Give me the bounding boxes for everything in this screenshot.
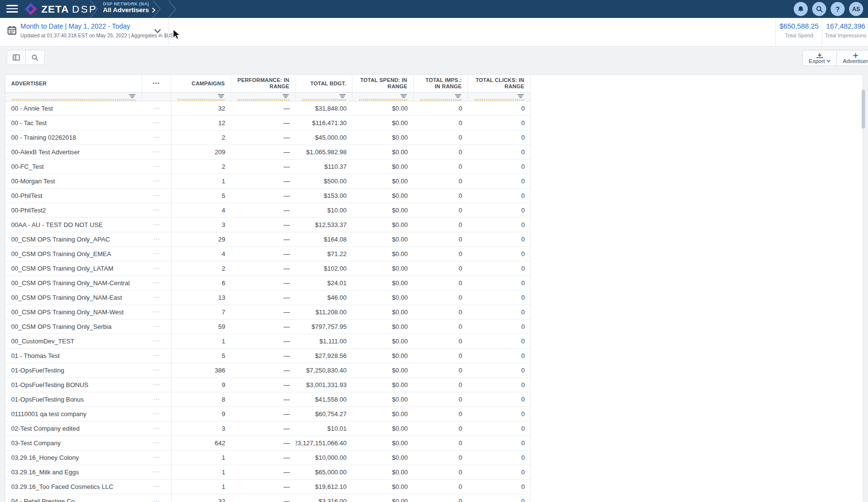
table-row[interactable]: 01-OpsFuelTesting···386—$7,250,830.40$0.… bbox=[5, 363, 531, 378]
filter-icon[interactable] bbox=[339, 94, 346, 99]
filter-icon[interactable] bbox=[517, 94, 524, 99]
table-row[interactable]: 00_CSM OPS Training Only_LATAM···2—$102.… bbox=[5, 261, 531, 276]
columns-panel-button[interactable] bbox=[7, 50, 26, 65]
table-row[interactable]: 00_CSM OPS Training Only_NAM-East···13—$… bbox=[5, 291, 531, 305]
table-row[interactable]: 00AA - AU - TEST DO NOT USE···3—$12,533.… bbox=[5, 218, 531, 232]
row-menu-icon[interactable]: ··· bbox=[142, 130, 171, 145]
filter-icon[interactable] bbox=[455, 94, 461, 99]
table-row[interactable]: 00-PhilTest···5—$153.00$0.0000 bbox=[5, 189, 531, 203]
row-menu-icon[interactable]: ··· bbox=[142, 145, 171, 159]
chevron-down-icon[interactable] bbox=[154, 29, 161, 33]
row-menu-icon[interactable]: ··· bbox=[142, 218, 171, 232]
avatar[interactable]: AS bbox=[849, 2, 863, 16]
table-row[interactable]: 01 - Thomas Test···5—$27,928.56$0.0000 bbox=[5, 349, 531, 363]
row-menu-icon[interactable]: ··· bbox=[142, 378, 171, 392]
row-menu-icon[interactable]: ··· bbox=[142, 465, 171, 479]
row-menu-icon[interactable]: ··· bbox=[142, 494, 171, 502]
table-row[interactable]: 03.29.16_Honey Colony···1—$10,000.00$0.0… bbox=[5, 451, 531, 465]
add-advertiser-button[interactable]: Advertiser bbox=[837, 50, 868, 66]
table-row[interactable]: 00_CSM OPS Training Only_APAC···29—$164.… bbox=[5, 232, 531, 247]
row-menu-icon[interactable]: ··· bbox=[142, 392, 171, 406]
column-header-menu[interactable]: ••• bbox=[142, 75, 171, 92]
column-header-name[interactable]: ADVERTISER bbox=[5, 75, 142, 92]
cell-budget: $10.00 bbox=[296, 203, 352, 217]
row-menu-icon[interactable]: ··· bbox=[142, 261, 171, 275]
filter-input-performance[interactable] bbox=[231, 93, 296, 101]
table-row[interactable]: 00 - Annie Test···32—$31,848.00$0.0000 bbox=[5, 101, 531, 116]
row-menu-icon[interactable]: ··· bbox=[142, 407, 171, 421]
search-button[interactable] bbox=[812, 2, 826, 16]
date-range-selector[interactable]: Month to Date | May 1, 2022 - Today bbox=[20, 22, 130, 30]
cell-spend: $0.00 bbox=[352, 451, 414, 465]
row-menu-icon[interactable]: ··· bbox=[142, 421, 171, 436]
column-header-budget[interactable]: TOTAL BDGT. bbox=[296, 75, 352, 92]
table-row[interactable]: 01-OpsFuelTesting Bonus···8—$41,558.00$0… bbox=[5, 392, 531, 407]
table-row[interactable]: 00_CSM OPS Training Only_EMEA···4—$71.22… bbox=[5, 247, 531, 261]
row-menu-icon[interactable]: ··· bbox=[142, 189, 171, 203]
table-row[interactable]: 00 - Training 02262018···2—$45,000.00$0.… bbox=[5, 130, 531, 145]
row-menu-icon[interactable]: ··· bbox=[142, 349, 171, 363]
breadcrumb[interactable]: DSP NETWORK (NA) All Advertisers bbox=[103, 1, 156, 14]
filter-input-impressions[interactable] bbox=[414, 93, 468, 101]
table-row[interactable]: 00-FC_Test···2—$110.37$0.0000 bbox=[5, 160, 531, 174]
row-menu-icon[interactable]: ··· bbox=[142, 451, 171, 465]
column-header-performance[interactable]: PERFORMANCE: IN RANGE bbox=[231, 75, 296, 92]
column-header-impressions[interactable]: TOTAL IMPS.: IN RANGE bbox=[414, 75, 468, 92]
column-header-clicks[interactable]: TOTAL CLICKS: IN RANGE bbox=[468, 75, 531, 92]
row-menu-icon[interactable]: ··· bbox=[142, 276, 171, 290]
table-row[interactable]: 00_CSM OPS Training Only_Serbia···59—$79… bbox=[5, 320, 531, 334]
vertical-scrollbar[interactable] bbox=[862, 90, 865, 129]
cell-impressions: 0 bbox=[414, 160, 468, 174]
table-row[interactable]: 01-OpsFuelTesting BONUS···9—$3,001,331.9… bbox=[5, 378, 531, 392]
breadcrumb-expand-icon[interactable] bbox=[151, 7, 156, 13]
table-row[interactable]: 03-Test Company···642—$123,127,151,066.4… bbox=[5, 436, 531, 451]
row-menu-icon[interactable]: ··· bbox=[142, 160, 171, 174]
column-header-campaigns[interactable]: CAMPAIGNS bbox=[171, 75, 231, 92]
table-row[interactable]: 00-AlexB Test Advertiser···209—$1,065,98… bbox=[5, 145, 531, 160]
table-row[interactable]: 02-Test Company edited···3—$10.01$0.0000 bbox=[5, 421, 531, 436]
table-row[interactable]: 00-PhilTest2···4—$10.00$0.0000 bbox=[5, 203, 531, 218]
row-menu-icon[interactable]: ··· bbox=[142, 247, 171, 261]
quick-search-button[interactable] bbox=[26, 50, 45, 65]
row-menu-icon[interactable]: ··· bbox=[142, 334, 171, 348]
zeta-dsp-logo[interactable]: ZETADSP bbox=[24, 2, 97, 16]
row-menu-icon[interactable]: ··· bbox=[142, 101, 171, 115]
table-row[interactable]: 04 - Retail Prestige Co···32—$3,316.00$0… bbox=[5, 494, 531, 502]
filter-input-name[interactable] bbox=[5, 93, 142, 101]
row-menu-icon[interactable]: ··· bbox=[142, 305, 171, 319]
filter-icon[interactable] bbox=[401, 94, 407, 99]
cell-budget: $110.37 bbox=[296, 160, 352, 174]
row-menu-icon[interactable]: ··· bbox=[142, 116, 171, 130]
row-menu-icon[interactable]: ··· bbox=[142, 480, 171, 494]
cell-impressions: 0 bbox=[414, 407, 468, 421]
row-menu-icon[interactable]: ··· bbox=[142, 203, 171, 217]
row-menu-icon[interactable]: ··· bbox=[142, 174, 171, 188]
help-button[interactable]: ? bbox=[831, 2, 845, 16]
filter-icon[interactable] bbox=[283, 94, 289, 99]
filter-input-clicks[interactable] bbox=[468, 93, 531, 101]
table-row[interactable]: 00-Morgan Test···1—$500.00$0.0000 bbox=[5, 174, 531, 189]
table-row[interactable]: 03.29.16_Milk and Eggs···1—$65,000.00$0.… bbox=[5, 465, 531, 480]
filter-underline bbox=[301, 99, 347, 99]
filter-input-spend[interactable] bbox=[352, 93, 414, 101]
table-row[interactable]: 03.29.16_Too Faced Cosmetics LLC···1—$19… bbox=[5, 480, 531, 494]
export-button[interactable]: Export bbox=[802, 50, 837, 66]
hamburger-menu-icon[interactable] bbox=[6, 5, 18, 13]
filter-icon[interactable] bbox=[129, 94, 135, 99]
notifications-button[interactable] bbox=[794, 2, 808, 16]
column-header-spend[interactable]: TOTAL SPEND: IN RANGE bbox=[352, 75, 414, 92]
table-row[interactable]: 00 - Tac Test···12—$116,471.30$0.0000 bbox=[5, 116, 531, 130]
table-row[interactable]: 00_CSM OPS Training Only_NAM-Central···6… bbox=[5, 276, 531, 291]
table-row[interactable]: 00_CustomDev_TEST···1—$1,111.00$0.0000 bbox=[5, 334, 531, 349]
table-row[interactable]: 01110001 qa test company···9—$60,754.27$… bbox=[5, 407, 531, 421]
row-menu-icon[interactable]: ··· bbox=[142, 363, 171, 377]
filter-icon[interactable] bbox=[218, 94, 224, 99]
row-menu-icon[interactable]: ··· bbox=[142, 436, 171, 450]
cell-spend: $0.00 bbox=[352, 392, 414, 406]
row-menu-icon[interactable]: ··· bbox=[142, 291, 171, 305]
row-menu-icon[interactable]: ··· bbox=[142, 320, 171, 334]
filter-input-campaigns[interactable] bbox=[171, 93, 231, 101]
row-menu-icon[interactable]: ··· bbox=[142, 232, 171, 246]
filter-input-budget[interactable] bbox=[296, 93, 352, 101]
table-row[interactable]: 00_CSM OPS Training Only_NAM-West···7—$1… bbox=[5, 305, 531, 320]
